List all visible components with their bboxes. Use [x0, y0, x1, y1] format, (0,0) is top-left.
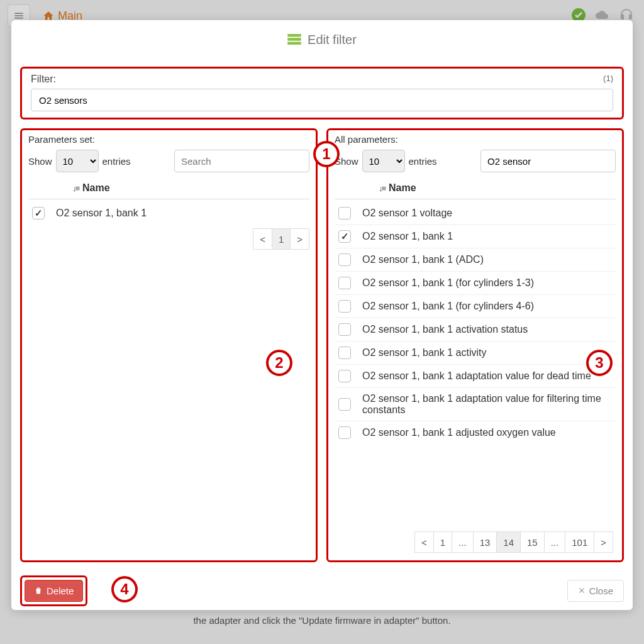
table-row[interactable]: O2 sensor 1, bank 1 — [28, 202, 309, 225]
row-label: O2 sensor 1, bank 1 — [362, 231, 613, 242]
annotation-badge-4: 4 — [111, 576, 138, 602]
annotation-badge-1: 1 — [313, 141, 340, 167]
sort-icon[interactable]: ↓≡ — [72, 184, 79, 193]
row-checkbox[interactable] — [338, 323, 351, 336]
right-search-input[interactable] — [480, 150, 616, 172]
row-label: O2 sensor 1, bank 1 activity — [362, 347, 613, 358]
row-label: O2 sensor 1, bank 1 (for cylinders 4-6) — [362, 301, 613, 312]
left-rows: O2 sensor 1, bank 1 — [28, 202, 309, 225]
row-label: O2 sensor 1, bank 1 adaptation value for… — [362, 393, 613, 416]
table-row[interactable]: O2 sensor 1, bank 1 adjusted oxygen valu… — [335, 421, 616, 444]
table-row[interactable]: O2 sensor 1, bank 1 activation status — [335, 318, 616, 341]
row-label: O2 sensor 1, bank 1 activation status — [362, 324, 613, 335]
filter-label: Filter: — [31, 74, 56, 84]
pager-button[interactable]: < — [253, 228, 272, 250]
delete-button-highlight: Delete — [20, 575, 87, 606]
pager-button[interactable]: ... — [544, 531, 566, 553]
left-pager: <1> — [253, 228, 309, 250]
pager-button[interactable]: ... — [452, 531, 474, 553]
row-label: O2 sensor 1 voltage — [362, 208, 613, 219]
row-checkbox[interactable] — [32, 207, 45, 219]
table-row[interactable]: O2 sensor 1, bank 1 (for cylinders 4-6) — [335, 295, 616, 318]
row-label: O2 sensor 1, bank 1 adaptation value for… — [362, 370, 613, 382]
row-checkbox[interactable] — [338, 277, 351, 289]
pager-button[interactable]: 13 — [473, 531, 497, 553]
left-entries-label: entries — [103, 156, 131, 167]
modal-body: Filter: (1) Parameters set: Show 10 entr… — [11, 59, 633, 571]
row-checkbox[interactable] — [338, 207, 351, 219]
row-checkbox[interactable] — [338, 230, 351, 243]
parameters-set-title: Parameters set: — [28, 134, 309, 145]
edit-filter-modal: Edit filter Filter: (1) Parameters set: … — [11, 20, 633, 610]
row-checkbox[interactable] — [338, 347, 351, 359]
close-icon — [578, 587, 586, 594]
pager-button[interactable]: < — [414, 531, 434, 553]
svg-rect-3 — [287, 42, 301, 45]
right-rows: O2 sensor 1 voltageO2 sensor 1, bank 1O2… — [335, 202, 616, 444]
sort-icon[interactable]: ↓≡ — [379, 184, 385, 193]
row-checkbox[interactable] — [338, 300, 351, 313]
all-parameters-title: All parameters: — [335, 134, 616, 145]
filter-name-input[interactable] — [31, 89, 613, 111]
table-row[interactable]: O2 sensor 1, bank 1 (ADC) — [335, 248, 616, 272]
close-button[interactable]: Close — [567, 580, 624, 602]
left-col-name[interactable]: Name — [82, 182, 110, 194]
row-label: O2 sensor 1, bank 1 adjusted oxygen valu… — [362, 427, 613, 438]
right-entries-label: entries — [409, 156, 437, 167]
filter-section: Filter: (1) — [20, 67, 624, 119]
pager-button[interactable]: 1 — [272, 228, 291, 250]
right-table-header: ↓≡ Name — [335, 177, 616, 199]
row-label: O2 sensor 1, bank 1 (for cylinders 1-3) — [362, 277, 613, 289]
annotation-badge-2: 2 — [266, 350, 292, 376]
pager-button[interactable]: 14 — [496, 531, 521, 553]
delete-button[interactable]: Delete — [25, 580, 83, 602]
svg-rect-1 — [287, 34, 301, 37]
trash-icon — [34, 586, 43, 595]
table-row[interactable]: O2 sensor 1, bank 1 — [335, 225, 616, 248]
table-row[interactable]: O2 sensor 1 voltage — [335, 202, 616, 225]
left-search-input[interactable] — [174, 150, 309, 172]
filter-count: (1) — [603, 74, 613, 83]
svg-rect-2 — [287, 38, 301, 41]
right-col-name[interactable]: Name — [389, 182, 416, 194]
filter-icon — [287, 34, 301, 45]
parameters-set-panel: Parameters set: Show 10 entries ↓≡ Name … — [20, 128, 318, 562]
row-checkbox[interactable] — [338, 426, 351, 439]
table-row[interactable]: O2 sensor 1, bank 1 activity — [335, 341, 616, 365]
right-page-size-select[interactable]: 10 — [362, 150, 405, 172]
pager-button[interactable]: 15 — [520, 531, 545, 553]
pager-button[interactable]: 1 — [433, 531, 452, 553]
pager-button[interactable]: > — [290, 228, 309, 250]
row-label: O2 sensor 1, bank 1 (ADC) — [362, 254, 613, 265]
modal-title: Edit filter — [308, 33, 357, 47]
all-parameters-panel: All parameters: Show 10 entries ↓≡ Name … — [326, 128, 624, 562]
table-row[interactable]: O2 sensor 1, bank 1 (for cylinders 1-3) — [335, 272, 616, 295]
left-page-size-select[interactable]: 10 — [56, 150, 99, 172]
table-row[interactable]: O2 sensor 1, bank 1 adaptation value for… — [335, 365, 616, 388]
left-table-header: ↓≡ Name — [28, 177, 309, 199]
row-checkbox[interactable] — [338, 253, 351, 266]
modal-footer: Delete 4 Close — [11, 571, 633, 610]
annotation-badge-3: 3 — [586, 350, 613, 376]
row-checkbox[interactable] — [338, 370, 351, 382]
delete-label: Delete — [47, 586, 74, 596]
left-show-label: Show — [28, 156, 52, 167]
close-label: Close — [589, 586, 613, 596]
modal-header: Edit filter — [11, 20, 633, 59]
pager-button[interactable]: 101 — [565, 531, 594, 553]
pager-button[interactable]: > — [594, 531, 613, 553]
table-row[interactable]: O2 sensor 1, bank 1 adaptation value for… — [335, 388, 616, 421]
row-checkbox[interactable] — [338, 398, 351, 411]
row-label: O2 sensor 1, bank 1 — [56, 208, 307, 219]
right-pager: <1...131415...101> — [414, 531, 613, 553]
